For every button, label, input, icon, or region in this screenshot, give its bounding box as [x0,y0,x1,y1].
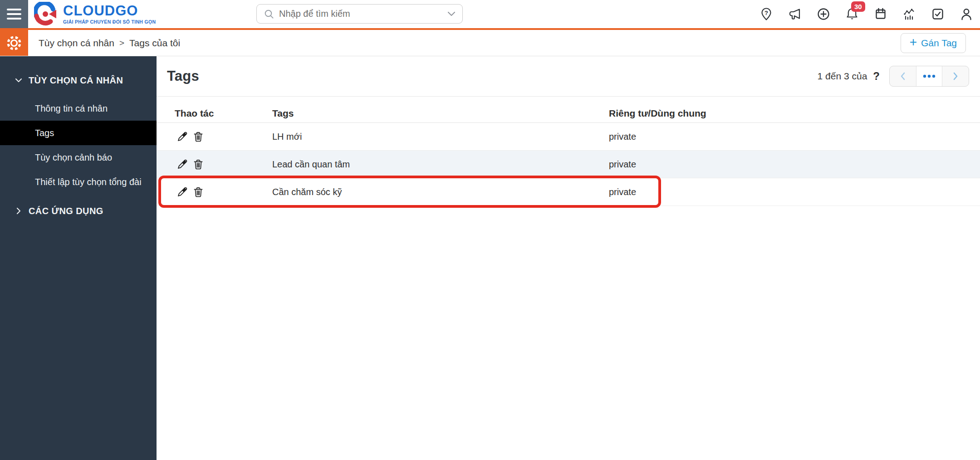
trash-icon [192,186,204,198]
search-icon [264,9,274,19]
sidebar-section-label: CÁC ỨNG DỤNG [29,206,103,216]
chevron-down-icon [15,77,22,83]
breadcrumb-parent[interactable]: Tùy chọn cá nhân [39,38,114,49]
pagination: 1 đến 3 của ? [818,56,969,96]
edit-tag-button[interactable] [176,186,188,198]
app-root: CLOUDGO GIẢI PHÁP CHUYỂN ĐỔI SỐ TINH GỌN… [0,0,980,460]
delete-tag-button[interactable] [192,131,204,142]
megaphone-button[interactable] [787,6,803,22]
total-count-button[interactable]: ? [873,70,880,83]
tasks-button[interactable] [930,6,946,22]
logo-text: CLOUDGO [63,4,156,18]
page-title: Tags [167,68,199,84]
task-check-icon [931,7,945,21]
sidebar-section-applications[interactable]: CÁC ỨNG DỤNG [0,199,157,223]
chevron-right-icon [952,71,959,81]
quick-create-button[interactable] [816,6,831,22]
table-row: Lead cần quan tâm private [157,151,980,178]
tag-name: Lead cần quan tâm [272,159,609,170]
calendar-button[interactable] [873,6,888,22]
tag-privacy: private [609,159,980,170]
next-page-button[interactable] [942,66,969,86]
sidebar-section-personal-options[interactable]: TÙY CHỌN CÁ NHÂN [0,68,157,93]
hamburger-menu-button[interactable] [0,0,28,28]
trash-icon [192,131,204,142]
column-header-tags: Tags [272,108,609,119]
tags-table: Thao tác Tags Riêng tư/Dùng chung [157,104,980,206]
megaphone-icon [788,7,802,21]
profile-button[interactable] [959,6,974,22]
column-header-privacy: Riêng tư/Dùng chung [609,108,980,119]
sidebar-item-tags[interactable]: Tags [0,121,157,145]
edit-tag-button[interactable] [176,131,188,142]
pagination-range-label: 1 đến 3 của [818,71,867,82]
previous-page-button[interactable] [890,66,916,86]
tag-privacy: private [609,187,980,197]
cloudgo-logo[interactable]: CLOUDGO GIẢI PHÁP CHUYỂN ĐỔI SỐ TINH GỌN [34,2,156,26]
breadcrumb: Tùy chọn cá nhân > Tags của tôi [39,38,180,49]
tag-name: LH mới [272,132,609,142]
tag-name: Cần chăm sóc kỹ [272,187,609,197]
sidebar-section-label: TÙY CHỌN CÁ NHÂN [29,75,123,86]
assign-tag-button[interactable]: + Gán Tag [901,33,966,53]
chevron-right-icon [15,207,22,215]
search-input[interactable] [279,9,443,19]
cloudgo-logo-mark [34,2,59,26]
page-list-button[interactable] [916,66,942,86]
calendar-icon [873,7,888,21]
breadcrumb-bar: Tùy chọn cá nhân > Tags của tôi + Gán Ta… [0,28,980,56]
table-header-row: Thao tác Tags Riêng tư/Dùng chung [157,104,980,123]
user-icon [959,7,974,21]
breadcrumb-separator: > [119,38,124,48]
analytics-icon [902,7,916,21]
pagination-pages-icon [923,74,936,78]
topbar-icon-group: ? 30 [759,0,974,28]
pagination-controls [889,66,969,87]
trash-icon [192,158,204,170]
delete-tag-button[interactable] [192,158,204,170]
content-header: Tags 1 đến 3 của ? [157,56,980,97]
plus-circle-icon [816,7,831,21]
top-bar: CLOUDGO GIẢI PHÁP CHUYỂN ĐỔI SỐ TINH GỌN… [0,0,980,28]
main-content: Tags 1 đến 3 của ? [157,56,980,460]
chevron-left-icon [900,71,906,81]
location-question-button[interactable]: ? [759,6,774,22]
chevron-down-icon[interactable] [448,12,455,16]
settings-module-button[interactable] [0,30,28,56]
sidebar-item-callcenter-settings[interactable]: Thiết lập tùy chọn tổng đài [0,170,157,194]
table-row: LH mới private [157,123,980,151]
sidebar: TÙY CHỌN CÁ NHÂN Thông tin cá nhân Tags … [0,56,157,460]
hamburger-icon [7,9,21,10]
notification-badge: 30 [851,1,865,12]
pencil-icon [176,186,188,198]
analytics-button[interactable] [902,6,917,22]
pencil-icon [176,158,188,170]
location-question-icon: ? [759,7,774,21]
plus-icon: + [910,36,917,49]
column-header-actions: Thao tác [175,108,272,119]
delete-tag-button[interactable] [192,186,204,198]
logo-tagline: GIẢI PHÁP CHUYỂN ĐỔI SỐ TINH GỌN [63,19,156,24]
pencil-icon [176,131,188,142]
breadcrumb-current: Tags của tôi [129,38,180,49]
tag-privacy: private [609,132,980,142]
assign-tag-label: Gán Tag [921,38,957,49]
edit-tag-button[interactable] [176,158,188,170]
global-search[interactable] [256,4,463,24]
gear-icon [5,34,23,52]
sidebar-item-alert-options[interactable]: Tùy chọn cảnh báo [0,145,157,170]
table-row-highlighted: Cần chăm sóc kỹ private [157,178,980,206]
svg-text:?: ? [764,10,768,16]
sidebar-item-personal-info[interactable]: Thông tin cá nhân [0,96,157,121]
notifications-button[interactable]: 30 [844,6,860,22]
